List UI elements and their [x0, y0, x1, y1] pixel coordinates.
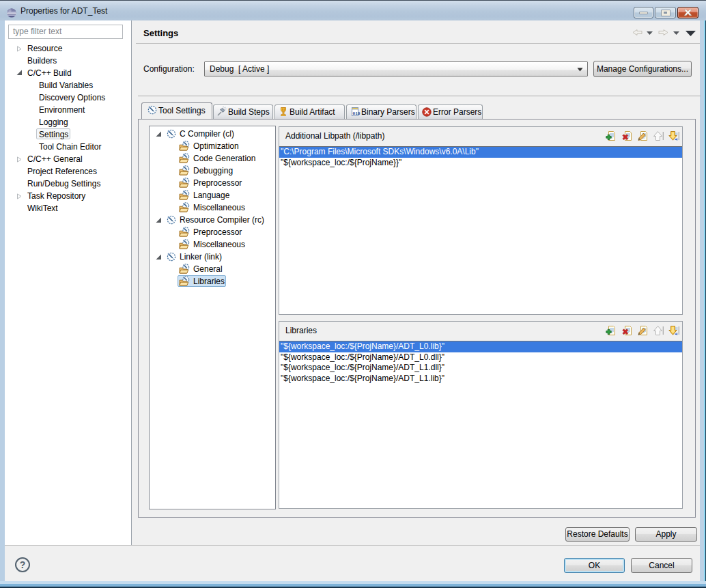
svg-text:010: 010	[353, 111, 361, 116]
